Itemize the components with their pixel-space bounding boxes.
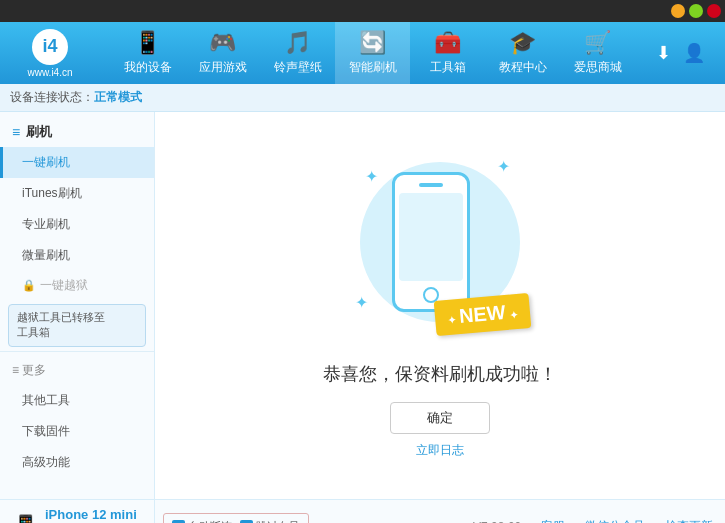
tutorials-icon: 🎓	[509, 30, 536, 56]
pro-flash-label: 专业刷机	[22, 217, 70, 231]
skip-wizard-label: 跳过向导	[256, 519, 300, 523]
device-details: iPhone 12 mini 64GB Down-12mini-13,1	[45, 507, 137, 524]
sidebar-item-pro-flash[interactable]: 专业刷机	[0, 209, 154, 240]
phone-speaker	[419, 183, 443, 187]
sidebar-item-one-click-flash[interactable]: 一键刷机	[0, 147, 154, 178]
bottom-bar: 📱 iPhone 12 mini 64GB Down-12mini-13,1 ✓…	[0, 499, 725, 523]
nav-smart-store[interactable]: 🔄 智能刷机	[335, 22, 410, 84]
nav-toolbox[interactable]: 🧰 工具箱	[410, 22, 485, 84]
nav-tutorials[interactable]: 🎓 教程中心	[485, 22, 560, 84]
sidebar-item-other-tools[interactable]: 其他工具	[0, 385, 154, 416]
header: i4 www.i4.cn 📱 我的设备 🎮 应用游戏 🎵 铃声壁纸 🔄 智能刷机…	[0, 22, 725, 84]
sidebar-item-data-flash[interactable]: 微量刷机	[0, 240, 154, 271]
sidebar-more-icon: ≡	[12, 363, 19, 377]
title-bar	[0, 0, 725, 22]
nav-toolbox-label: 工具箱	[430, 59, 466, 76]
phone-screen	[399, 193, 463, 281]
download-fw-label: 下载固件	[22, 424, 70, 438]
close-button[interactable]	[707, 4, 721, 18]
device-icon: 📱	[134, 30, 161, 56]
smart-store-icon: 🔄	[359, 30, 386, 56]
jailbreak-notice: 越狱工具已转移至工具箱	[8, 304, 146, 347]
new-badge: NEW	[434, 293, 531, 336]
sidebar-item-advanced[interactable]: 高级功能	[0, 447, 154, 478]
jailbreak-notice-text: 越狱工具已转移至工具箱	[17, 311, 105, 338]
nav-my-device-label: 我的设备	[124, 59, 172, 76]
toolbox-icon: 🧰	[434, 30, 461, 56]
sidebar-section-more: ≡ 更多	[0, 356, 154, 385]
content-area: ✦ ✦ ✦ NEW 恭喜您，保资料刷机成功啦！ 确定 立即日志	[155, 112, 725, 499]
data-flash-label: 微量刷机	[22, 248, 70, 262]
sparkle-topright-icon: ✦	[497, 157, 510, 176]
jailbreak-disabled-label: 一键越狱	[40, 277, 88, 294]
one-click-flash-label: 一键刷机	[22, 155, 70, 169]
shop-icon: 🛒	[584, 30, 611, 56]
status-label: 设备连接状态：	[10, 89, 94, 106]
advanced-label: 高级功能	[22, 455, 70, 469]
auto-disconnect-checkbox[interactable]: ✓ 自动断连	[172, 519, 232, 523]
nav-tutorials-label: 教程中心	[499, 59, 547, 76]
nav-ringtones-label: 铃声壁纸	[274, 59, 322, 76]
download-header-icon[interactable]: ⬇	[656, 42, 671, 64]
status-bar: 设备连接状态： 正常模式	[0, 84, 725, 112]
sidebar-section-flash: ≡ 刷机	[0, 117, 154, 147]
reset-link[interactable]: 立即日志	[416, 442, 464, 459]
header-right: ⬇ 👤	[645, 42, 725, 64]
success-message: 恭喜您，保资料刷机成功啦！	[323, 362, 557, 386]
user-header-icon[interactable]: 👤	[683, 42, 705, 64]
phone-illustration: ✦ ✦ ✦ NEW	[350, 152, 530, 352]
version-text: V7.98.66	[473, 520, 521, 524]
flash-section-icon: ≡	[12, 124, 20, 140]
sidebar-item-jailbreak-disabled: 🔒 一键越狱	[0, 271, 154, 300]
skip-wizard-checkbox[interactable]: ✓ 跳过向导	[240, 519, 300, 523]
sidebar-item-itunes-flash[interactable]: iTunes刷机	[0, 178, 154, 209]
sidebar-item-download-fw[interactable]: 下载固件	[0, 416, 154, 447]
sparkle-topleft-icon: ✦	[365, 167, 378, 186]
checkboxes-area: ✓ 自动断连 ✓ 跳过向导	[163, 513, 309, 524]
maximize-button[interactable]	[689, 4, 703, 18]
bottom-right: V7.98.66 客服 微信公众号 检查更新	[317, 518, 725, 523]
apps-icon: 🎮	[209, 30, 236, 56]
lock-icon: 🔒	[22, 279, 36, 292]
logo-area: i4 www.i4.cn	[0, 29, 100, 78]
main-layout: ≡ 刷机 一键刷机 iTunes刷机 专业刷机 微量刷机 🔒 一键越狱 越狱工具…	[0, 112, 725, 499]
confirm-button[interactable]: 确定	[390, 402, 490, 434]
nav-my-device[interactable]: 📱 我的设备	[110, 22, 185, 84]
device-phone-icon: 📱	[12, 514, 39, 524]
nav-shop[interactable]: 🛒 爱思商城	[560, 22, 635, 84]
other-tools-label: 其他工具	[22, 393, 70, 407]
minimize-button[interactable]	[671, 4, 685, 18]
device-info-section: 📱 iPhone 12 mini 64GB Down-12mini-13,1	[0, 500, 155, 523]
sidebar-divider	[0, 351, 154, 352]
sidebar: ≡ 刷机 一键刷机 iTunes刷机 专业刷机 微量刷机 🔒 一键越狱 越狱工具…	[0, 112, 155, 499]
itunes-flash-label: iTunes刷机	[22, 186, 82, 200]
sidebar-more-label: 更多	[22, 362, 46, 379]
check-update-link[interactable]: 检查更新	[665, 518, 713, 523]
device-name: iPhone 12 mini	[45, 507, 137, 522]
sparkle-bottomleft-icon: ✦	[355, 293, 368, 312]
sidebar-section-flash-label: 刷机	[26, 123, 52, 141]
logo-text: www.i4.cn	[27, 67, 72, 78]
wechat-link[interactable]: 微信公众号	[585, 518, 645, 523]
status-value: 正常模式	[94, 89, 142, 106]
phone-body	[392, 172, 470, 312]
auto-disconnect-label: 自动断连	[188, 519, 232, 523]
nav-items: 📱 我的设备 🎮 应用游戏 🎵 铃声壁纸 🔄 智能刷机 🧰 工具箱 🎓 教程中心…	[100, 22, 645, 84]
logo-icon: i4	[32, 29, 68, 65]
customer-service-link[interactable]: 客服	[541, 518, 565, 523]
nav-apps[interactable]: 🎮 应用游戏	[185, 22, 260, 84]
nav-apps-label: 应用游戏	[199, 59, 247, 76]
nav-ringtones[interactable]: 🎵 铃声壁纸	[260, 22, 335, 84]
nav-smart-store-label: 智能刷机	[349, 59, 397, 76]
ringtones-icon: 🎵	[284, 30, 311, 56]
nav-shop-label: 爱思商城	[574, 59, 622, 76]
